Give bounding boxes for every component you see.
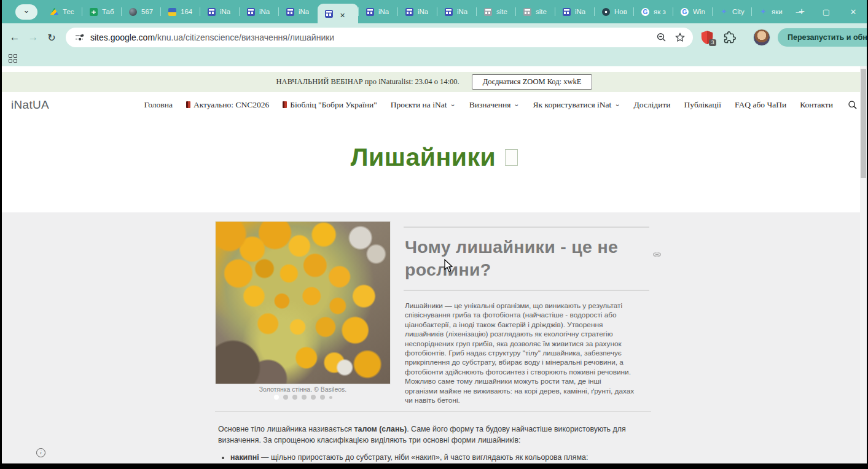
nav-menu-item[interactable]: FAQ або ЧаПи xyxy=(735,100,786,110)
google-sites-icon xyxy=(325,10,333,18)
browser-window: Тес Таб 567 164 xyxy=(2,0,867,463)
tab-favicon xyxy=(286,8,294,16)
tab-search-button[interactable] xyxy=(15,4,37,20)
tab-title: Тес xyxy=(63,8,74,15)
tabs-right: iNa iNa iNa site xyxy=(358,0,791,23)
nav-menu-item[interactable]: Біобліц "Бобри України" xyxy=(283,100,377,110)
site-logo[interactable]: iNatUA xyxy=(11,98,49,112)
page-title: Лишайники xyxy=(351,143,496,172)
browser-tab[interactable]: Нов xyxy=(594,0,633,23)
extensions-puzzle-icon[interactable] xyxy=(724,31,736,44)
browser-toolbar: sites.google.com/knu.ua/citizenscience/в… xyxy=(2,23,867,52)
tab-favicon xyxy=(759,8,767,16)
list-item: накипні — щільно приростають до субстрат… xyxy=(230,452,645,463)
nav-menu-item[interactable]: Контакти xyxy=(800,100,833,110)
close-window-button[interactable] xyxy=(840,7,867,17)
tab-favicon xyxy=(641,8,649,16)
carousel-dot[interactable] xyxy=(329,396,332,399)
tab-favicon xyxy=(90,8,98,16)
nav-menu-item[interactable]: Актуально: CNC2026 xyxy=(186,100,269,110)
site-navigation: iNatUA Головна Актуально: CNC2026 xyxy=(2,92,867,117)
tab-title: як з xyxy=(654,8,666,15)
address-bar[interactable]: sites.google.com/knu.ua/citizenscience/в… xyxy=(66,28,693,47)
profile-avatar[interactable] xyxy=(753,29,770,46)
lichen-photo[interactable] xyxy=(216,222,390,384)
apps-grid-icon[interactable] xyxy=(9,54,18,64)
carousel-dot[interactable] xyxy=(292,395,297,400)
tab-title: site xyxy=(536,8,547,15)
nav-menu-item[interactable]: Головна xyxy=(144,100,173,110)
nav-item-label: Проєкти на iNat xyxy=(391,100,447,110)
desktop-screenshot: Тес Таб 567 164 xyxy=(0,0,868,469)
browser-tab[interactable]: як з xyxy=(633,0,673,23)
page-viewport: НАВЧАЛЬНИЙ ВЕБІНАР про iNaturalist: 23.0… xyxy=(2,66,867,463)
browser-tab[interactable]: iNa xyxy=(200,0,239,23)
nav-menu-item[interactable]: Проєкти на iNat xyxy=(391,100,456,110)
browser-tab[interactable]: iNa xyxy=(278,0,318,23)
browser-tab[interactable]: Тес xyxy=(42,0,82,23)
url-text: sites.google.com/knu.ua/citizenscience/в… xyxy=(90,33,649,42)
nav-menu-item[interactable]: Публікації xyxy=(684,100,721,110)
browser-tab[interactable]: Таб xyxy=(82,0,121,23)
browser-tab[interactable]: iNa xyxy=(239,0,278,23)
back-button[interactable] xyxy=(6,28,24,47)
browser-tab[interactable]: 164 xyxy=(160,0,200,23)
tab-title: iNa xyxy=(457,8,467,15)
browser-tab[interactable]: iNa xyxy=(397,0,437,23)
tab-title: iNa xyxy=(220,8,230,15)
browser-tab[interactable]: яки xyxy=(751,0,791,23)
nav-menu: Головна Актуально: CNC2026 Біобліц "Бо xyxy=(144,100,858,110)
nav-item-label: Публікації xyxy=(684,100,721,110)
chevron-down-icon xyxy=(614,100,620,108)
nav-item-label: Визначення xyxy=(469,100,511,110)
scrollbar xyxy=(860,66,867,463)
url-path: /knu.ua/citizenscience/визначення/лишайн… xyxy=(155,33,334,42)
zoom-out-icon[interactable] xyxy=(656,32,667,43)
active-tab[interactable] xyxy=(318,4,358,23)
browser-tab[interactable]: site xyxy=(515,0,555,23)
browser-tab[interactable]: City xyxy=(712,0,751,23)
divider-line xyxy=(404,227,649,228)
browser-tab[interactable]: site xyxy=(476,0,515,23)
forward-button[interactable] xyxy=(24,28,42,47)
zoom-join-button[interactable]: Доєднатися ZOOM Код: xwkE xyxy=(472,74,593,90)
carousel-dot[interactable] xyxy=(274,395,279,400)
nav-menu-item[interactable]: Як користуватися iNat xyxy=(533,100,620,110)
carousel-dot[interactable] xyxy=(320,395,325,400)
tab-favicon xyxy=(681,8,689,16)
browser-tab[interactable]: 567 xyxy=(121,0,160,23)
carousel-dot[interactable] xyxy=(302,395,307,400)
maximize-button[interactable] xyxy=(813,7,840,17)
nav-menu-item[interactable]: Дослідити xyxy=(634,100,671,110)
chevron-down-icon xyxy=(450,100,455,108)
tab-favicon xyxy=(484,8,492,16)
tab-title: City xyxy=(732,8,745,15)
section-link-icon[interactable] xyxy=(652,250,662,259)
carousel-dot[interactable] xyxy=(283,395,288,400)
toolbar-extensions-area: 3 Перезапустить и обновить xyxy=(700,28,867,47)
close-tab-icon[interactable] xyxy=(340,9,348,18)
list-text: — щільно приростають до субстрату, ніби … xyxy=(259,453,588,462)
browser-tab[interactable]: iNa xyxy=(555,0,594,23)
browser-tab[interactable]: iNa xyxy=(358,0,397,23)
horizontal-divider xyxy=(215,411,651,412)
bottom-intro: Основне тіло лишайника називається талом… xyxy=(218,424,645,446)
divider-line xyxy=(404,290,649,291)
browser-tab[interactable]: iNa xyxy=(437,0,476,23)
info-icon[interactable] xyxy=(36,448,45,457)
tab-title: Таб xyxy=(102,8,114,15)
search-icon[interactable] xyxy=(848,100,858,110)
scrollbar-thumb[interactable] xyxy=(861,69,866,178)
minimize-button[interactable] xyxy=(786,7,813,16)
chevron-down-icon xyxy=(514,100,519,108)
browser-tab[interactable]: Win xyxy=(673,0,712,23)
carousel-dot[interactable] xyxy=(311,395,316,400)
restart-update-button[interactable]: Перезапустить и обновить xyxy=(778,28,867,47)
nav-menu-item[interactable]: Визначення xyxy=(469,100,520,110)
bookmark-star-icon[interactable] xyxy=(674,32,686,43)
site-settings-icon[interactable] xyxy=(74,33,84,42)
tab-favicon xyxy=(129,8,137,16)
adblock-shield-icon[interactable]: 3 xyxy=(700,30,714,45)
tab-favicon xyxy=(208,8,216,16)
reload-button[interactable] xyxy=(42,28,61,47)
